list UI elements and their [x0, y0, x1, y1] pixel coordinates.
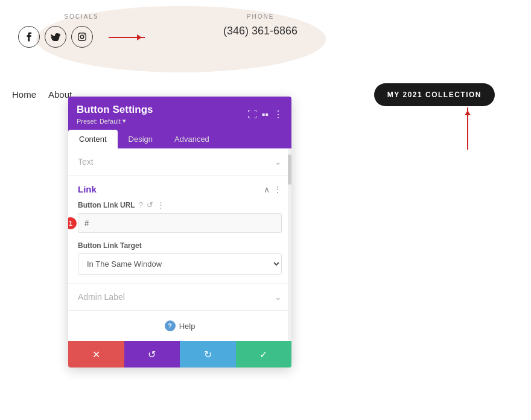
- socials-label: SOCIALS: [18, 13, 145, 20]
- link-header-icons: ∧ ⋮: [264, 185, 282, 194]
- panel-body: Text ⌄ Link ∧ ⋮ Button Link URL ? ↺ ⋮: [68, 148, 291, 341]
- scroll-thumb[interactable]: [288, 154, 291, 185]
- link-title: Link: [78, 184, 97, 194]
- collection-button[interactable]: MY 2021 COLLECTION: [374, 83, 495, 106]
- url-reset-icon[interactable]: ↺: [147, 200, 153, 209]
- tab-content[interactable]: Content: [68, 130, 118, 148]
- nav-item-home[interactable]: Home: [12, 89, 36, 100]
- panel-preset[interactable]: Preset: Default ▾: [77, 117, 153, 125]
- link-section: Link ∧ ⋮ Button Link URL ? ↺ ⋮ 1: [68, 176, 291, 283]
- cancel-button[interactable]: ✕: [68, 341, 124, 368]
- panel-columns-icon[interactable]: ▪▪: [262, 109, 269, 120]
- panel-footer: ✕ ↺ ↻ ✓: [68, 341, 291, 368]
- save-button[interactable]: ✓: [236, 341, 292, 368]
- url-more-icon[interactable]: ⋮: [157, 200, 165, 209]
- url-input-wrapper: 1: [78, 213, 282, 233]
- url-field-label: Button Link URL: [78, 201, 135, 209]
- phone-section: PHONE (346) 361-6866: [223, 13, 297, 37]
- button-settings-panel: Button Settings Preset: Default ▾ ⛶ ▪▪ ⋮…: [68, 97, 291, 368]
- social-icons-row: [18, 26, 145, 48]
- text-section-label: Text: [78, 157, 94, 167]
- phone-label: PHONE: [223, 13, 297, 20]
- phone-number: (346) 361-6866: [223, 25, 297, 37]
- link-chevron-up-icon[interactable]: ∧: [264, 185, 270, 194]
- tab-design[interactable]: Design: [118, 130, 164, 148]
- help-row[interactable]: ? Help: [68, 310, 291, 341]
- nav-bar: Home About: [0, 89, 72, 100]
- panel-header: Button Settings Preset: Default ▾ ⛶ ▪▪ ⋮: [68, 97, 291, 130]
- panel-header-left: Button Settings Preset: Default ▾: [77, 104, 153, 125]
- url-field-label-row: Button Link URL ? ↺ ⋮: [78, 200, 282, 209]
- redo-button[interactable]: ↻: [180, 341, 236, 368]
- instagram-icon[interactable]: [71, 26, 93, 48]
- svg-point-1: [80, 35, 84, 39]
- help-text: Help: [179, 322, 196, 331]
- scroll-track: [288, 148, 291, 341]
- panel-expand-icon[interactable]: ⛶: [247, 109, 257, 120]
- svg-rect-0: [78, 33, 86, 41]
- socials-section: SOCIALS: [18, 13, 145, 48]
- text-section-row[interactable]: Text ⌄: [68, 148, 291, 176]
- panel-more-icon[interactable]: ⋮: [273, 109, 283, 120]
- target-label: Button Link Target: [78, 241, 282, 250]
- url-help-icon[interactable]: ?: [139, 200, 143, 209]
- step-badge-1: 1: [68, 217, 77, 229]
- url-input-field[interactable]: [78, 213, 282, 233]
- facebook-icon[interactable]: [18, 26, 40, 48]
- admin-section-row[interactable]: Admin Label ⌄: [68, 283, 291, 310]
- link-more-icon[interactable]: ⋮: [273, 185, 282, 194]
- tab-advanced[interactable]: Advanced: [164, 130, 220, 148]
- twitter-icon[interactable]: [45, 26, 66, 48]
- admin-section-chevron-icon: ⌄: [275, 292, 282, 302]
- link-section-header: Link ∧ ⋮: [78, 176, 282, 200]
- undo-button[interactable]: ↺: [124, 341, 180, 368]
- arrow-up-decoration: [467, 107, 468, 150]
- panel-scroll-area: Text ⌄ Link ∧ ⋮ Button Link URL ? ↺ ⋮: [68, 148, 291, 341]
- panel-tabs: Content Design Advanced: [68, 130, 291, 148]
- svg-point-2: [84, 34, 84, 35]
- panel-title: Button Settings: [77, 104, 153, 116]
- help-circle-icon: ?: [165, 320, 176, 331]
- target-select[interactable]: In The Same Window In A New Tab: [78, 253, 282, 275]
- text-section-chevron-icon: ⌄: [275, 157, 282, 167]
- preset-chevron-icon: ▾: [122, 117, 126, 125]
- arrow-decoration: [103, 36, 145, 38]
- admin-section-label: Admin Label: [78, 292, 125, 302]
- panel-header-icons: ⛶ ▪▪ ⋮: [247, 109, 283, 120]
